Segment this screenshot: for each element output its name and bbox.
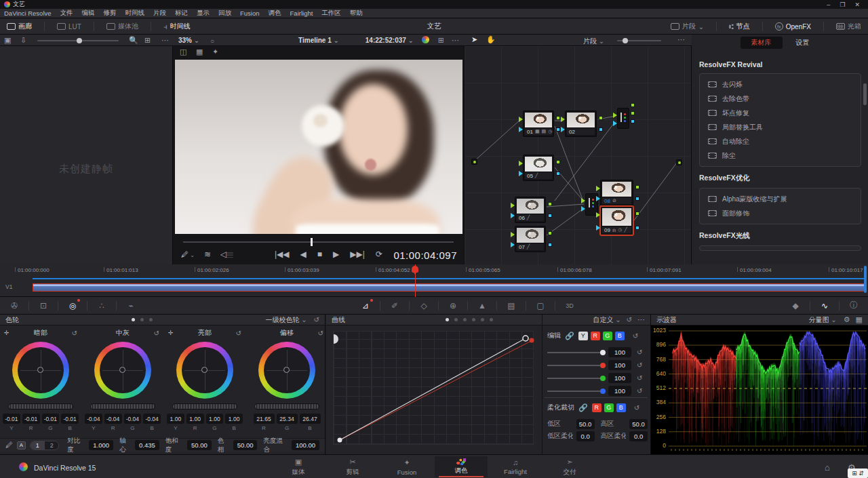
corrector-node-02[interactable]: 02 xyxy=(565,111,597,137)
page-tab-调色[interactable]: 调色 xyxy=(435,456,488,477)
wheel-value[interactable]: -0.01 xyxy=(61,414,79,424)
fx-item[interactable]: 面部修饰 xyxy=(700,206,861,220)
color-wheel-ring[interactable] xyxy=(258,342,315,399)
timeline-toggle-button[interactable]: ⫞ 时间线 xyxy=(157,19,197,34)
power-window-icon[interactable]: ◇ xyxy=(415,299,433,313)
menu-item-9[interactable]: Fusion xyxy=(240,9,260,17)
wheel-value[interactable]: -0.04 xyxy=(85,414,102,424)
color-wheel-ring[interactable] xyxy=(12,342,69,399)
split-screen-icon[interactable]: ▦ xyxy=(196,48,203,56)
keyframes-icon[interactable]: ◆ xyxy=(787,299,804,313)
param-value[interactable]: 50.00 xyxy=(233,440,258,450)
go-to-start-button[interactable]: |◀◀ xyxy=(275,250,290,259)
page-tab-Fairlight[interactable]: ♫Fairlight xyxy=(489,456,542,477)
wheel-reset-icon[interactable]: ↺ xyxy=(236,330,241,337)
wheels-mode-select[interactable]: 一级校色轮 ⌄ xyxy=(265,315,307,325)
param-value[interactable]: 100.00 xyxy=(292,440,319,450)
menu-item-8[interactable]: 回放 xyxy=(218,9,231,18)
wheel-value[interactable]: 1.00 xyxy=(206,414,224,424)
wheel-value[interactable]: 1.00 xyxy=(225,414,243,424)
softclip-channel-G[interactable]: G xyxy=(604,403,614,412)
scopes-icon[interactable]: ∿ xyxy=(816,299,833,313)
channel-slider-value[interactable]: 100 xyxy=(608,360,631,370)
softclip-channel-B[interactable]: B xyxy=(616,403,626,412)
curve-graph[interactable] xyxy=(333,331,534,445)
fx-tab-1[interactable]: 设置 xyxy=(785,37,821,49)
close-button[interactable]: ✕ xyxy=(854,1,860,8)
minimize-button[interactable]: – xyxy=(827,1,830,8)
menu-item-3[interactable]: 修剪 xyxy=(104,9,117,18)
wipe-icon[interactable]: ◫ xyxy=(180,48,186,56)
wheel-value[interactable]: 1.00 xyxy=(186,414,204,424)
fx-item[interactable]: Alpha蒙版收缩与扩展 xyxy=(700,192,861,206)
page-tab-Fusion[interactable]: ✦Fusion xyxy=(380,456,433,477)
menu-item-4[interactable]: 时间线 xyxy=(125,9,145,18)
pointer-tool-icon[interactable]: ➤ xyxy=(471,36,477,43)
key-icon[interactable]: ▤ xyxy=(502,299,520,313)
auto-balance-icon[interactable]: 🖉 xyxy=(5,441,13,449)
nodes-toggle-button[interactable]: ⑆ 节点 xyxy=(722,19,757,34)
color-wheel-ring[interactable] xyxy=(94,342,151,399)
gallery-toggle-button[interactable]: 画廊 xyxy=(0,19,39,34)
channel-slider-B[interactable] xyxy=(547,391,603,392)
fx-scrollbar[interactable] xyxy=(863,83,867,105)
ime-toolbar[interactable]: ⊞ ⇵ xyxy=(848,469,868,478)
menu-item-7[interactable]: 显示 xyxy=(197,9,210,18)
fx-item[interactable]: 去除色带 xyxy=(700,92,861,106)
stop-button[interactable]: ■ xyxy=(317,250,322,259)
slider-reset-icon[interactable]: ↺ xyxy=(637,374,642,382)
motion-effects-icon[interactable]: ⌁ xyxy=(122,299,140,313)
audio-mute-icon[interactable]: ◁𝄙 xyxy=(220,250,233,259)
picker-crosshair-icon[interactable]: ✛ xyxy=(168,330,174,336)
step-back-button[interactable]: ◀ xyxy=(300,250,307,259)
menu-item-0[interactable]: DaVinci Resolve xyxy=(4,9,52,17)
blur-icon[interactable]: ▲ xyxy=(473,299,491,313)
clips-toggle-button[interactable]: 片段⌄ xyxy=(664,19,711,34)
master-wheel[interactable] xyxy=(8,403,73,410)
corrector-node-07[interactable]: 07╱ xyxy=(515,226,546,252)
fx-tab-0[interactable]: 素材库 xyxy=(741,37,783,49)
channel-slider-value[interactable]: 100 xyxy=(608,347,631,357)
scope-settings-icon[interactable]: ⚙ xyxy=(844,316,850,323)
grab-still-icon[interactable]: ⇩ xyxy=(20,37,26,44)
highlight-wand-icon[interactable]: ✦ xyxy=(212,48,218,56)
edit-reset-icon[interactable]: ↺ xyxy=(633,332,638,340)
slider-reset-icon[interactable]: ↺ xyxy=(637,387,642,395)
channel-slider-value[interactable]: 100 xyxy=(608,373,631,383)
param-value[interactable]: 50.00 xyxy=(187,440,212,450)
slider-reset-icon[interactable]: ↺ xyxy=(637,361,642,369)
wheel-value[interactable]: -0.04 xyxy=(143,414,161,424)
menu-item-5[interactable]: 片段 xyxy=(153,9,166,18)
wheel-reset-icon[interactable]: ↺ xyxy=(154,330,159,337)
fx-item[interactable]: 除尘 xyxy=(700,148,861,163)
softclip-value[interactable]: 50.0 xyxy=(576,419,595,429)
color-wheels-icon[interactable]: ◎ xyxy=(64,299,81,313)
corrector-node-08[interactable]: 08⊘ xyxy=(600,180,633,206)
timeline-clip[interactable] xyxy=(33,283,867,292)
curve-channel-B[interactable]: B xyxy=(615,332,625,340)
curve-channel-G[interactable]: G xyxy=(603,332,612,340)
lut-toggle-button[interactable]: LUT xyxy=(50,19,88,34)
fx-item[interactable]: 局部替换工具 xyxy=(700,120,861,134)
menu-item-6[interactable]: 标记 xyxy=(175,9,188,18)
sizing-icon[interactable]: ▢ xyxy=(532,299,549,313)
menu-item-11[interactable]: Fairlight xyxy=(290,9,313,17)
timeline-name-select[interactable]: Timeline 1 ⌄ xyxy=(173,37,465,44)
auto-color-icon[interactable]: A xyxy=(17,441,26,450)
corrector-node-01[interactable]: 01▦▤◷ xyxy=(523,111,554,137)
master-wheel[interactable] xyxy=(90,403,155,410)
media-pool-toggle-button[interactable]: 媒体池 xyxy=(100,19,145,34)
viewer-options-icon[interactable]: ⋯ xyxy=(452,37,459,44)
curves-options-icon[interactable]: ⋯ xyxy=(637,316,645,323)
node-mode-select[interactable]: 片段 ⌄ xyxy=(583,37,604,46)
curves-reset-icon[interactable]: ↺ xyxy=(627,316,632,323)
corrector-node-09[interactable]: 09ılı◷╱ xyxy=(600,206,633,235)
curves-pager-dots[interactable] xyxy=(446,318,493,321)
curve-channel-Y[interactable]: Y xyxy=(578,332,588,340)
menu-item-1[interactable]: 文件 xyxy=(60,9,73,18)
picker-crosshair-icon[interactable]: ✛ xyxy=(4,330,9,336)
wheels-page-2[interactable]: 2 xyxy=(45,441,59,450)
go-to-end-button[interactable]: ▶▶| xyxy=(350,250,365,259)
wheels-page-1[interactable]: 1 xyxy=(31,441,45,450)
eyedropper-icon[interactable]: 🖉 ⌄ xyxy=(181,250,195,258)
